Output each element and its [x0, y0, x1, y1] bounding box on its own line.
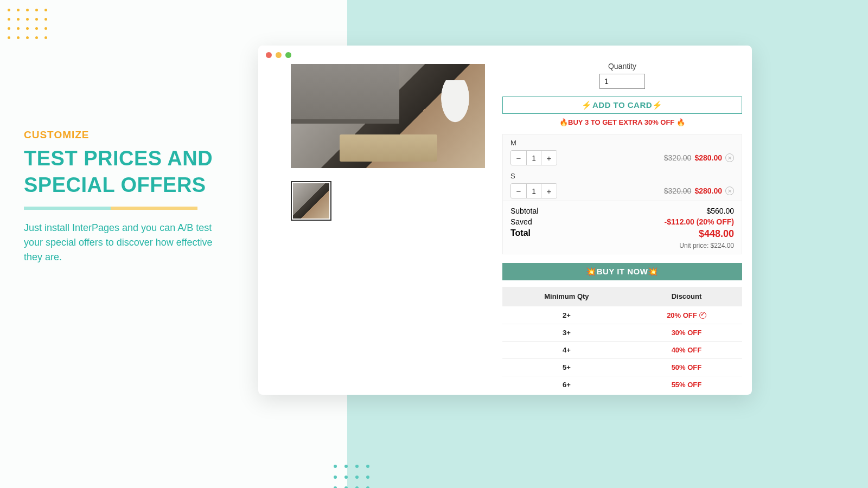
- table-row: 5+50% OFF: [502, 359, 742, 376]
- table-row: 3+30% OFF: [502, 324, 742, 342]
- checkmark-icon: [699, 312, 706, 319]
- window-maximize-icon[interactable]: [285, 52, 291, 58]
- unit-price-label: Unit price:: [679, 242, 709, 249]
- subtotal-label: Subtotal: [510, 207, 538, 215]
- decorative-dots-teal: [330, 461, 373, 488]
- window-minimize-icon[interactable]: [276, 52, 282, 58]
- product-image-column: [291, 64, 486, 387]
- stepper-value[interactable]: [526, 184, 541, 198]
- unit-price-value: $224.00: [711, 242, 734, 249]
- variant-label: S: [510, 172, 734, 180]
- discount-tier-table: Minimum Qty Discount 2+20% OFF 3+30% OFF…: [502, 287, 742, 393]
- eyebrow-text: CUSTOMIZE: [24, 129, 219, 141]
- product-main-image[interactable]: [291, 64, 485, 168]
- cart-item: M − + $320.00 $280.00 ✕: [503, 134, 742, 168]
- cart-item: S − + $320.00 $280.00 ✕: [503, 168, 742, 201]
- total-label: Total: [510, 228, 531, 240]
- product-thumbnail[interactable]: [291, 181, 331, 221]
- new-price: $280.00: [694, 187, 722, 195]
- increment-button[interactable]: +: [541, 184, 557, 198]
- subtotal-value: $560.00: [706, 207, 734, 215]
- table-row: 4+40% OFF: [502, 342, 742, 359]
- page-title: TEST PRICES AND SPECIAL OFFERS: [24, 145, 219, 199]
- total-value: $448.00: [699, 228, 734, 240]
- product-details-column: Quantity ⚡ADD TO CARD⚡ 🔥BUY 3 TO GET EXT…: [502, 64, 742, 387]
- decorative-dots-yellow: [5, 7, 49, 41]
- table-row: 6+55% OFF: [502, 376, 742, 394]
- quantity-input[interactable]: [599, 74, 645, 89]
- old-price: $320.00: [664, 187, 692, 195]
- table-header-discount: Discount: [631, 287, 742, 306]
- new-price: $280.00: [694, 153, 722, 162]
- stepper-value[interactable]: [526, 151, 541, 165]
- increment-button[interactable]: +: [541, 151, 557, 165]
- table-row: 2+20% OFF: [502, 306, 742, 324]
- page-description: Just install InterPages and you can A/B …: [24, 221, 219, 265]
- remove-item-icon[interactable]: ✕: [725, 153, 734, 162]
- old-price: $320.00: [664, 153, 692, 162]
- decrement-button[interactable]: −: [511, 184, 526, 198]
- cart-summary-box: M − + $320.00 $280.00 ✕: [502, 134, 742, 254]
- quantity-label: Quantity: [502, 62, 742, 70]
- table-header-qty: Minimum Qty: [502, 287, 631, 306]
- cart-totals: Subtotal$560.00 Saved-$112.00 (20% OFF) …: [503, 201, 742, 254]
- quantity-stepper: − +: [510, 183, 557, 198]
- title-underline: [24, 207, 197, 210]
- marketing-copy: CUSTOMIZE TEST PRICES AND SPECIAL OFFERS…: [24, 129, 219, 265]
- variant-label: M: [510, 139, 734, 147]
- browser-window: Quantity ⚡ADD TO CARD⚡ 🔥BUY 3 TO GET EXT…: [258, 46, 752, 395]
- remove-item-icon[interactable]: ✕: [725, 187, 734, 195]
- window-content: Quantity ⚡ADD TO CARD⚡ 🔥BUY 3 TO GET EXT…: [258, 64, 752, 395]
- window-close-icon[interactable]: [266, 52, 272, 58]
- buy-now-button[interactable]: 💥BUY IT NOW💥: [502, 263, 742, 280]
- promo-banner: 🔥BUY 3 TO GET EXTRA 30% OFF 🔥: [502, 118, 742, 126]
- decrement-button[interactable]: −: [511, 151, 526, 165]
- saved-label: Saved: [510, 217, 532, 226]
- add-to-cart-button[interactable]: ⚡ADD TO CARD⚡: [502, 97, 742, 114]
- quantity-stepper: − +: [510, 150, 557, 165]
- window-titlebar: [258, 46, 752, 64]
- saved-value: -$112.00 (20% OFF): [665, 217, 734, 226]
